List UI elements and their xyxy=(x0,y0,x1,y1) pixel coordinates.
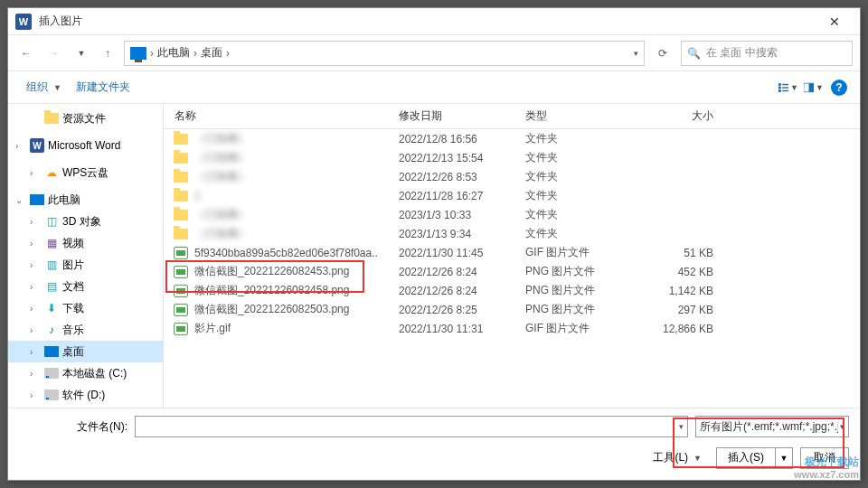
png-icon xyxy=(173,302,189,318)
file-date: 2022/12/26 8:24 xyxy=(399,285,525,297)
file-type: PNG 图片文件 xyxy=(525,283,634,298)
column-date[interactable]: 修改日期 xyxy=(399,108,525,124)
file-row[interactable]: 22022/11/28 16:27文件夹 xyxy=(164,186,860,205)
sidebar-item[interactable]: ›软件 (D:) xyxy=(8,384,163,406)
buttons-row: 工具(L)▼ 插入(S) ▼ 取消 xyxy=(19,446,849,469)
folder-icon xyxy=(173,207,189,223)
refresh-button[interactable]: ⟳ xyxy=(650,41,675,66)
recent-dropdown[interactable]: ▼ xyxy=(70,42,91,64)
filename-row: 文件名(N): ▾ 所有图片(*.emf;*.wmf;*.jpg;*.jpeg;… xyxy=(19,416,849,437)
preview-pane-button[interactable]: ▼ xyxy=(804,78,824,98)
sidebar-item-label: Microsoft Word xyxy=(48,139,120,152)
address-dropdown-icon[interactable]: ▾ xyxy=(634,49,638,58)
sidebar-item[interactable]: ›⬇下载 xyxy=(8,297,163,319)
file-name: 微信截图_20221226082458.png xyxy=(194,283,399,298)
cloud-icon: ☁ xyxy=(44,165,59,180)
address-bar[interactable]: › 此电脑 › 桌面 › ▾ xyxy=(124,41,645,66)
help-button[interactable]: ? xyxy=(829,78,849,98)
file-row[interactable]: 5f9340bba899a5cb82ed06e3f78f0aa..2022/11… xyxy=(164,243,860,262)
sidebar-item[interactable]: ›♪音乐 xyxy=(8,319,163,341)
sidebar-item-label: 资源文件 xyxy=(62,111,106,127)
sidebar-item-label: 音乐 xyxy=(62,323,84,338)
help-icon: ? xyxy=(831,80,847,96)
insert-dropdown[interactable]: ▼ xyxy=(776,448,792,468)
file-row[interactable]: 影片.gif2022/11/30 11:31GIF 图片文件12,866 KB xyxy=(164,319,860,338)
forward-button[interactable]: → xyxy=(42,42,64,64)
sidebar-item-label: 下载 xyxy=(62,301,84,316)
expand-icon: › xyxy=(30,282,41,292)
chevron-right-icon: › xyxy=(226,47,230,60)
insert-picture-dialog: W 插入图片 ✕ ← → ▼ ↑ › 此电脑 › 桌面 › ▾ ⟳ 🔍 在 桌面… xyxy=(7,7,861,481)
file-name: 影片.gif xyxy=(194,321,399,336)
expand-icon: › xyxy=(30,168,41,178)
sidebar-item[interactable]: ›本地磁盘 (C:) xyxy=(8,362,163,384)
expand-icon: ⌄ xyxy=(15,195,26,205)
up-button[interactable]: ↑ xyxy=(97,42,118,64)
back-button[interactable]: ← xyxy=(15,42,37,64)
new-folder-button[interactable]: 新建文件夹 xyxy=(69,76,137,99)
tools-button[interactable]: 工具(L)▼ xyxy=(646,446,709,469)
svg-rect-5 xyxy=(782,89,788,90)
sidebar-item[interactable]: ›桌面 xyxy=(8,341,163,362)
png-icon xyxy=(173,283,189,299)
path-segment[interactable]: 此电脑 xyxy=(157,45,190,61)
file-name: 2 xyxy=(194,190,399,202)
file-row[interactable]: （已隐藏）2023/1/13 9:34文件夹 xyxy=(164,224,860,243)
sidebar-item-label: 3D 对象 xyxy=(62,214,101,230)
svg-rect-4 xyxy=(778,89,781,92)
expand-icon: › xyxy=(30,347,41,357)
filename-input[interactable]: ▾ xyxy=(135,416,688,437)
expand-icon: › xyxy=(30,390,41,400)
sidebar-item-label: 本地磁盘 (C:) xyxy=(62,366,127,381)
sidebar-item[interactable]: ›▤文档 xyxy=(8,276,163,297)
column-type[interactable]: 类型 xyxy=(525,108,634,124)
view-mode-button[interactable]: ▼ xyxy=(778,78,798,98)
insert-main[interactable]: 插入(S) xyxy=(717,448,776,468)
column-size[interactable]: 大小 xyxy=(634,108,724,124)
sidebar-item-label: 软件 (D:) xyxy=(62,388,105,403)
pc-icon xyxy=(30,192,44,207)
word-icon: W xyxy=(30,138,44,153)
file-row[interactable]: 微信截图_20221226082458.png2022/12/26 8:24PN… xyxy=(164,281,860,300)
cube-icon: ◫ xyxy=(44,214,59,229)
expand-icon: › xyxy=(30,369,41,379)
file-row[interactable]: 微信截图_20221226082453.png2022/12/26 8:24PN… xyxy=(164,262,860,281)
sidebar-item[interactable]: ›☁WPS云盘 xyxy=(8,162,163,183)
close-button[interactable]: ✕ xyxy=(816,8,853,35)
file-type-filter[interactable]: 所有图片(*.emf;*.wmf;*.jpg;*.jpeg;*.png;*.gi… xyxy=(695,416,849,437)
expand-icon: › xyxy=(30,304,41,314)
drive-icon xyxy=(44,388,59,402)
file-row[interactable]: （已隐藏）2022/12/8 16:56文件夹 xyxy=(164,129,860,148)
doc-icon: ▤ xyxy=(44,279,59,294)
file-row[interactable]: 微信截图_20221226082503.png2022/12/26 8:25PN… xyxy=(164,300,860,319)
sidebar-item[interactable]: ›WMicrosoft Word xyxy=(8,135,163,156)
file-type: 文件夹 xyxy=(525,207,634,222)
file-type: 文件夹 xyxy=(525,226,634,241)
search-input[interactable]: 🔍 在 桌面 中搜索 xyxy=(681,41,853,66)
sidebar-item[interactable]: ›◫3D 对象 xyxy=(8,211,163,232)
file-date: 2023/1/13 9:34 xyxy=(399,228,525,240)
png-icon xyxy=(173,264,189,280)
sidebar-item[interactable]: ›▥图片 xyxy=(8,254,163,276)
file-name: （已隐藏） xyxy=(194,169,399,184)
sidebar-item[interactable]: ›▦视频 xyxy=(8,232,163,254)
file-date: 2022/11/30 11:31 xyxy=(399,323,525,335)
file-type: 文件夹 xyxy=(525,131,634,146)
file-list: 名称 修改日期 类型 大小 （已隐藏）2022/12/8 16:56文件夹（已隐… xyxy=(164,104,860,408)
sidebar-item[interactable]: 资源文件 xyxy=(8,108,163,129)
word-app-icon: W xyxy=(15,14,32,30)
file-type: GIF 图片文件 xyxy=(525,321,634,336)
file-row[interactable]: （已隐藏）2022/12/13 15:54文件夹 xyxy=(164,148,860,167)
file-row[interactable]: （已隐藏）2022/12/26 8:53文件夹 xyxy=(164,167,860,186)
folder-icon xyxy=(173,150,189,166)
search-placeholder: 在 桌面 中搜索 xyxy=(706,45,778,61)
insert-button[interactable]: 插入(S) ▼ xyxy=(716,447,793,469)
sidebar-item[interactable]: ⌄此电脑 xyxy=(8,189,163,211)
column-name[interactable]: 名称 xyxy=(164,108,399,124)
folder-icon xyxy=(44,111,59,126)
organize-button[interactable]: 组织▼ xyxy=(19,76,69,99)
file-row[interactable]: （已隐藏）2023/1/3 10:33文件夹 xyxy=(164,205,860,224)
file-name: （已隐藏） xyxy=(194,226,399,241)
path-segment[interactable]: 桌面 xyxy=(201,45,222,61)
svg-rect-3 xyxy=(782,87,788,88)
